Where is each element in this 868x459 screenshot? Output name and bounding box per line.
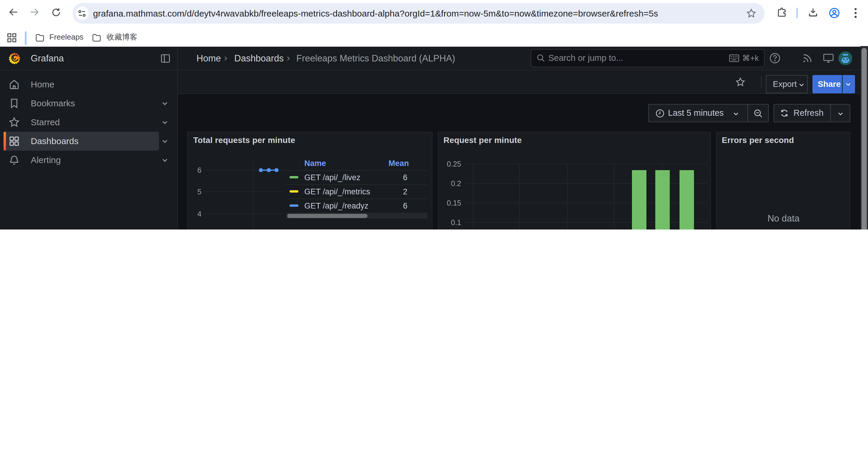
svg-text:0.15: 0.15	[446, 199, 461, 207]
svg-text:0.1: 0.1	[451, 218, 461, 227]
svg-text:4: 4	[197, 210, 202, 218]
svg-text:6: 6	[197, 166, 202, 174]
svg-text:0.25: 0.25	[446, 160, 461, 168]
svg-text:0.2: 0.2	[451, 179, 461, 188]
svg-text:5: 5	[197, 188, 202, 196]
